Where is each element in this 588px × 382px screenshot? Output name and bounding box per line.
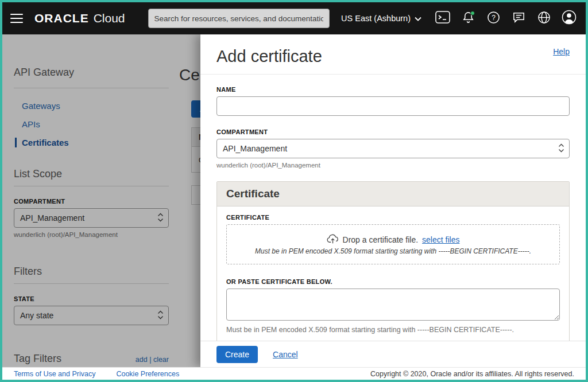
panel-header: Add certificate Help <box>200 34 586 75</box>
page-footer: Terms of Use and Privacy Cookie Preferen… <box>2 367 586 380</box>
select-value: API_Management <box>223 144 287 153</box>
terms-link[interactable]: Terms of Use and Privacy <box>14 370 95 378</box>
notification-dot <box>470 11 475 15</box>
cloud-shell-icon <box>435 11 450 26</box>
certificate-section-heading: Certificate <box>217 182 569 206</box>
compartment-label: COMPARTMENT <box>216 128 570 135</box>
name-input[interactable] <box>216 96 570 116</box>
chat-bubble-icon <box>512 11 525 26</box>
panel-title: Add certificate <box>216 47 322 66</box>
top-header: ORACLE Cloud US East (Ashburn) <box>2 2 586 34</box>
panel-action-bar: Create Cancel <box>200 341 586 367</box>
panel-compartment-select[interactable]: API_Management <box>216 139 570 158</box>
notifications-button[interactable] <box>459 10 477 27</box>
user-menu-button[interactable] <box>560 10 578 27</box>
name-label: NAME <box>216 86 570 93</box>
oracle-cloud-logo[interactable]: ORACLE Cloud <box>34 11 125 25</box>
help-button[interactable]: ? <box>485 10 502 27</box>
certificate-file-label: CERTIFICATE <box>226 214 560 221</box>
app-window: ORACLE Cloud US East (Ashburn) <box>0 0 588 382</box>
chevron-down-icon <box>415 14 421 23</box>
feedback-button[interactable] <box>510 10 527 27</box>
header-actions: US East (Ashburn) ? <box>341 10 578 27</box>
upload-cloud-icon <box>327 234 339 245</box>
region-label: US East (Ashburn) <box>341 14 411 23</box>
globe-icon <box>537 11 551 26</box>
certificate-section: Certificate CERTIFICATE Drop a certifica… <box>216 181 570 341</box>
question-mark-icon: ? <box>487 11 500 26</box>
certificate-section-body: CERTIFICATE Drop a certificate file. sel… <box>217 206 569 341</box>
content-area: API Gateway Gateways APIs Certificates L… <box>2 34 586 367</box>
cookie-preferences-link[interactable]: Cookie Preferences <box>116 370 179 378</box>
updown-chevron-icon <box>558 143 564 155</box>
certificate-dropzone[interactable]: Drop a certificate file. select files Mu… <box>226 224 560 264</box>
language-button[interactable] <box>535 10 552 27</box>
dropzone-prompt: Drop a certificate file. select files <box>327 234 460 245</box>
logo-brand-text: ORACLE <box>34 11 89 25</box>
compartment-hint: wunderlich (root)/API_Management <box>216 162 570 169</box>
search-input[interactable] <box>148 9 330 28</box>
user-avatar-icon <box>562 10 577 27</box>
cancel-link[interactable]: Cancel <box>273 350 298 359</box>
add-certificate-panel: Add certificate Help NAME COMPARTMENT AP… <box>200 34 586 367</box>
cloud-shell-button[interactable] <box>434 10 451 27</box>
logo-suffix-text: Cloud <box>94 11 125 25</box>
dropzone-text: Drop a certificate file. <box>343 235 419 244</box>
certificate-paste-textarea[interactable] <box>226 289 560 321</box>
hamburger-menu-icon[interactable] <box>10 14 23 23</box>
region-selector[interactable]: US East (Ashburn) <box>341 14 421 23</box>
copyright-text: Copyright © 2020, Oracle and/or its affi… <box>370 370 574 378</box>
select-files-link[interactable]: select files <box>422 235 459 244</box>
svg-text:?: ? <box>492 13 496 21</box>
paste-certificate-hint: Must be in PEM encoded X.509 format star… <box>226 326 560 334</box>
create-button[interactable]: Create <box>216 346 258 363</box>
footer-links: Terms of Use and Privacy Cookie Preferen… <box>14 370 179 378</box>
panel-body: NAME COMPARTMENT API_Management wunderli… <box>200 75 586 341</box>
help-link[interactable]: Help <box>553 47 570 56</box>
paste-certificate-label: OR PASTE CERTIFICATE BELOW. <box>226 278 560 285</box>
dropzone-hint: Must be in PEM encoded X.509 format star… <box>255 247 531 255</box>
